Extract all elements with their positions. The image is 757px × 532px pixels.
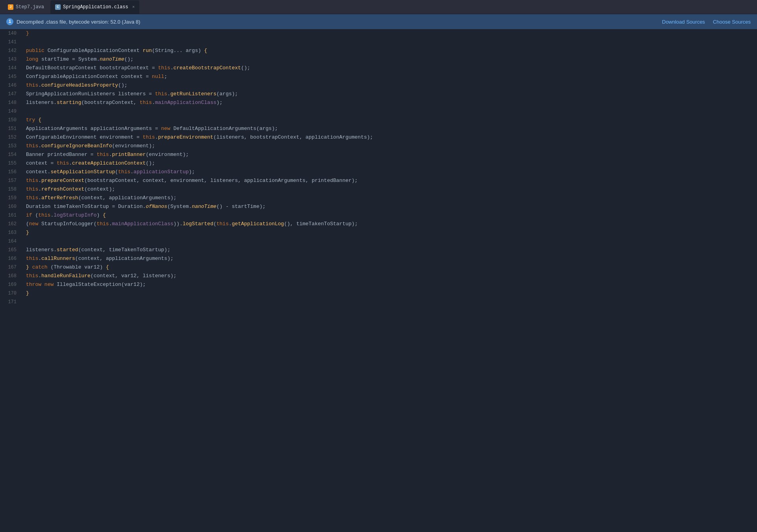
code-text: }	[23, 29, 757, 38]
table-row: 171	[0, 298, 757, 306]
line-number: 148	[0, 98, 23, 107]
line-number: 158	[0, 185, 23, 194]
code-text: this.refreshContext(context);	[23, 185, 757, 194]
line-number: 154	[0, 150, 23, 159]
info-bar: i Decompiled .class file, bytecode versi…	[0, 14, 757, 29]
line-number: 161	[0, 211, 23, 220]
code-text: }	[23, 289, 757, 298]
table-row: 141	[0, 38, 757, 46]
code-text: this.callRunners(context, applicationArg…	[23, 254, 757, 263]
code-text: this.afterRefresh(context, applicationAr…	[23, 194, 757, 202]
table-row: 149	[0, 107, 757, 116]
line-number: 162	[0, 220, 23, 228]
line-number: 165	[0, 246, 23, 254]
table-row: 161 if (this.logStartupInfo) {	[0, 211, 757, 220]
tab-spring[interactable]: C SpringApplication.class ×	[50, 0, 139, 14]
code-area: 140 }141 142 public ConfigurableApplicat…	[0, 29, 757, 532]
line-number: 147	[0, 90, 23, 98]
table-row: 150 try {	[0, 116, 757, 124]
info-bar-actions: Download Sources Choose Sources	[662, 19, 751, 25]
close-icon[interactable]: ×	[132, 5, 135, 9]
code-text	[23, 38, 757, 46]
code-text: this.configureHeadlessProperty();	[23, 81, 757, 90]
line-number: 140	[0, 29, 23, 38]
line-number: 170	[0, 289, 23, 298]
table-row: 155 context = this.createApplicationCont…	[0, 159, 757, 168]
line-number: 144	[0, 64, 23, 72]
code-text: ApplicationArguments applicationArgument…	[23, 124, 757, 133]
tab-step7-label: Step7.java	[16, 4, 44, 10]
table-row: 167 } catch (Throwable var12) {	[0, 263, 757, 272]
table-row: 164	[0, 237, 757, 246]
code-text: this.configureIgnoreBeanInfo(environment…	[23, 142, 757, 150]
table-row: 158 this.refreshContext(context);	[0, 185, 757, 194]
table-row: 159 this.afterRefresh(context, applicati…	[0, 194, 757, 202]
line-number: 152	[0, 133, 23, 142]
table-row: 146 this.configureHeadlessProperty();	[0, 81, 757, 90]
class-icon: C	[55, 4, 61, 10]
table-row: 170 }	[0, 289, 757, 298]
code-text	[23, 237, 757, 246]
table-row: 157 this.prepareContext(bootstrapContext…	[0, 176, 757, 185]
line-number: 145	[0, 72, 23, 81]
code-text: Banner printedBanner = this.printBanner(…	[23, 150, 757, 159]
line-number: 157	[0, 176, 23, 185]
line-number: 155	[0, 159, 23, 168]
table-row: 152 ConfigurableEnvironment environment …	[0, 133, 757, 142]
line-number: 143	[0, 55, 23, 64]
tab-spring-label: SpringApplication.class	[63, 4, 128, 10]
table-row: 145 ConfigurableApplicationContext conte…	[0, 72, 757, 81]
java-icon: J	[8, 4, 13, 10]
code-text: SpringApplicationRunListeners listeners …	[23, 90, 757, 98]
download-sources-link[interactable]: Download Sources	[662, 19, 705, 25]
line-number: 166	[0, 254, 23, 263]
line-number: 159	[0, 194, 23, 202]
code-text: public ConfigurableApplicationContext ru…	[23, 46, 757, 55]
table-row: 151 ApplicationArguments applicationArgu…	[0, 124, 757, 133]
line-number: 156	[0, 168, 23, 176]
table-row: 142 public ConfigurableApplicationContex…	[0, 46, 757, 55]
table-row: 160 Duration timeTakenToStartup = Durati…	[0, 202, 757, 211]
table-row: 154 Banner printedBanner = this.printBan…	[0, 150, 757, 159]
table-row: 163 }	[0, 228, 757, 237]
code-text: } catch (Throwable var12) {	[23, 263, 757, 272]
code-text: }	[23, 228, 757, 237]
code-text: ConfigurableEnvironment environment = th…	[23, 133, 757, 142]
line-number: 169	[0, 280, 23, 289]
table-row: 153 this.configureIgnoreBeanInfo(environ…	[0, 142, 757, 150]
code-text: Duration timeTakenToStartup = Duration.o…	[23, 202, 757, 211]
table-row: 144 DefaultBootstrapContext bootstrapCon…	[0, 64, 757, 72]
line-number: 142	[0, 46, 23, 55]
line-number: 141	[0, 38, 23, 46]
tab-bar: J Step7.java C SpringApplication.class ×	[0, 0, 757, 14]
table-row: 168 this.handleRunFailure(context, var12…	[0, 272, 757, 280]
code-text: this.handleRunFailure(context, var12, li…	[23, 272, 757, 280]
table-row: 166 this.callRunners(context, applicatio…	[0, 254, 757, 263]
info-icon: i	[6, 18, 13, 25]
table-row: 156 context.setApplicationStartup(this.a…	[0, 168, 757, 176]
info-bar-left: i Decompiled .class file, bytecode versi…	[6, 18, 140, 25]
table-row: 169 throw new IllegalStateException(var1…	[0, 280, 757, 289]
line-number: 153	[0, 142, 23, 150]
line-number: 146	[0, 81, 23, 90]
code-text: listeners.started(context, timeTakenToSt…	[23, 246, 757, 254]
table-row: 143 long startTime = System.nanoTime();	[0, 55, 757, 64]
tab-step7[interactable]: J Step7.java	[3, 0, 49, 14]
info-text: Decompiled .class file, bytecode version…	[17, 19, 140, 25]
code-text: throw new IllegalStateException(var12);	[23, 280, 757, 289]
line-number: 149	[0, 107, 23, 116]
code-text	[23, 298, 757, 306]
line-number: 150	[0, 116, 23, 124]
code-text: try {	[23, 116, 757, 124]
line-number: 163	[0, 228, 23, 237]
table-row: 148 listeners.starting(bootstrapContext,…	[0, 98, 757, 107]
code-text: context.setApplicationStartup(this.appli…	[23, 168, 757, 176]
code-text: ConfigurableApplicationContext context =…	[23, 72, 757, 81]
code-text	[23, 107, 757, 116]
code-text: listeners.starting(bootstrapContext, thi…	[23, 98, 757, 107]
code-text: DefaultBootstrapContext bootstrapContext…	[23, 64, 757, 72]
choose-sources-link[interactable]: Choose Sources	[713, 19, 751, 25]
code-text: this.prepareContext(bootstrapContext, co…	[23, 176, 757, 185]
table-row: 162 (new StartupInfoLogger(this.mainAppl…	[0, 220, 757, 228]
code-text: if (this.logStartupInfo) {	[23, 211, 757, 220]
